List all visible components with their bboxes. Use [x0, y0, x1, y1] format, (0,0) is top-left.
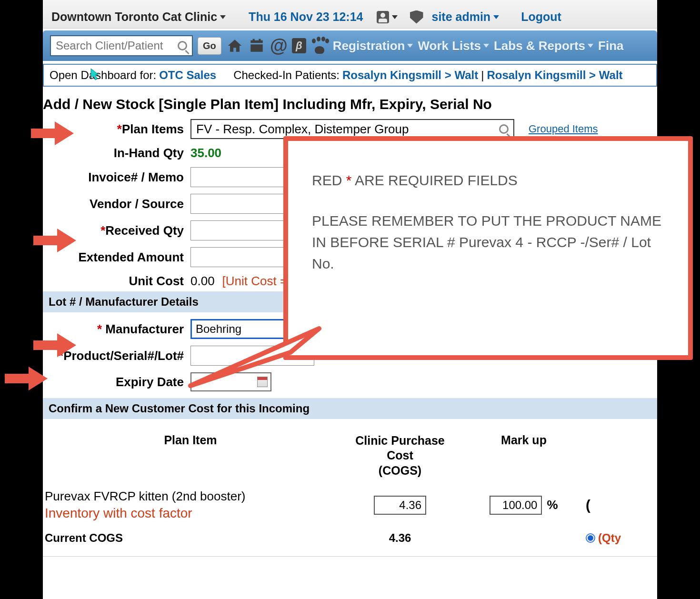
- clinic-name-dropdown[interactable]: Downtown Toronto Cat Clinic: [51, 10, 226, 24]
- label-received: Received Qty: [105, 223, 184, 238]
- shield-icon: [410, 10, 423, 24]
- current-cogs-row: Current COGS 4.36 (Qty: [43, 525, 657, 551]
- caret-down-icon: [588, 44, 593, 48]
- search-box[interactable]: [50, 35, 193, 56]
- patient-link-2[interactable]: Rosalyn Kingsmill > Walt: [487, 69, 622, 82]
- radio-on-icon: [586, 533, 595, 543]
- page-title: Add / New Stock [Single Plan Item] Inclu…: [43, 96, 657, 112]
- inventory-note: Inventory with cost factor: [45, 505, 338, 522]
- site-admin-link[interactable]: site admin: [432, 10, 500, 24]
- expiry-input[interactable]: [190, 372, 271, 391]
- product-name: Purevax FVRCP kitten (2nd booster): [45, 489, 338, 505]
- label-plan-items: Plan Items: [122, 122, 184, 136]
- label-in-hand: In-Hand Qty: [43, 146, 190, 160]
- plan-items-value: FV - Resp. Complex, Distemper Group: [196, 122, 409, 137]
- navbar: Go @ β Registration Work Lists Labs & Re…: [43, 30, 657, 61]
- current-cogs-label: Current COGS: [43, 531, 338, 545]
- nav-registration[interactable]: Registration: [333, 39, 413, 53]
- qty-label: (Qty: [598, 531, 621, 545]
- qty-cost-toggle[interactable]: (Qty: [586, 531, 657, 545]
- percent-label: %: [547, 498, 558, 512]
- label-serial: Product/Serial#/Lot#: [63, 349, 184, 363]
- search-icon: [499, 124, 509, 134]
- cursor-icon: [89, 68, 100, 81]
- in-hand-value: 35.00: [190, 146, 221, 160]
- logout-link[interactable]: Logout: [521, 10, 561, 24]
- col-markup: Mark up: [462, 433, 586, 478]
- markup-input[interactable]: [490, 496, 542, 515]
- patient-link-1[interactable]: Rosalyn Kingsmill > Walt: [342, 69, 478, 82]
- user-menu[interactable]: [377, 11, 398, 23]
- search-input[interactable]: [56, 39, 178, 52]
- label-expiry: Expiry Date: [43, 375, 190, 389]
- go-button[interactable]: Go: [198, 37, 221, 55]
- caret-down-icon: [392, 15, 398, 19]
- cost-header: Plan Item Clinic PurchaseCost(COGS) Mark…: [43, 426, 657, 486]
- callout-text: PLEASE REMEMBER TO PUT THE PRODUCT NAME …: [312, 210, 664, 274]
- search-icon: [178, 41, 187, 50]
- col-plan-item: Plan Item: [43, 433, 338, 478]
- caret-down-icon: [407, 44, 413, 48]
- cogs-input[interactable]: [374, 496, 426, 515]
- nav-label: Labs & Reports: [494, 39, 585, 53]
- nav-label: Registration: [333, 39, 405, 53]
- cost-row: Purevax FVRCP kitten (2nd booster) Inven…: [43, 486, 657, 525]
- current-cogs-value: 4.36: [338, 531, 462, 545]
- separator: |: [481, 69, 484, 82]
- datetime: Thu 16 Nov 23 12:14: [249, 10, 363, 24]
- caret-down-icon: [220, 15, 226, 19]
- at-icon[interactable]: @: [270, 37, 287, 54]
- callout-asterisk: *: [346, 172, 352, 188]
- callout-text: RED: [312, 172, 346, 188]
- nav-work-lists[interactable]: Work Lists: [418, 39, 489, 53]
- nav-label: Fina: [598, 39, 623, 53]
- callout-text: ARE REQUIRED FIELDS: [351, 172, 517, 188]
- label-extended: Extended Amount: [43, 250, 190, 265]
- grouped-items-link[interactable]: Grouped Items: [529, 123, 598, 135]
- unit-cost-value: 0.00: [190, 274, 215, 289]
- label-manufacturer: Manufacturer: [105, 322, 184, 336]
- paren-open: (: [586, 497, 657, 513]
- topbar: Downtown Toronto Cat Clinic Thu 16 Nov 2…: [43, 0, 657, 29]
- checked-in-label: Checked-In Patients:: [233, 69, 340, 82]
- calendar-icon: [257, 377, 268, 387]
- open-dashboard-label: Open Dashboard for:: [50, 69, 156, 82]
- otc-sales-link[interactable]: OTC Sales: [159, 69, 216, 82]
- section-confirm-cost: Confirm a New Customer Cost for this Inc…: [43, 398, 657, 419]
- label-vendor: Vendor / Source: [43, 197, 190, 211]
- annotation-arrow: [5, 367, 48, 390]
- paw-icon[interactable]: [311, 37, 328, 54]
- label-invoice: Invoice# / Memo: [43, 170, 190, 185]
- nav-fina[interactable]: Fina: [598, 39, 623, 53]
- col-cogs: Clinic PurchaseCost(COGS): [338, 433, 462, 478]
- beta-icon[interactable]: β: [292, 38, 306, 53]
- site-admin-label: site admin: [432, 10, 491, 24]
- label-unit-cost: Unit Cost: [43, 274, 190, 289]
- calendar-icon[interactable]: [248, 37, 265, 54]
- dashboard-row: Open Dashboard for: OTC Sales Checked-In…: [43, 64, 657, 87]
- home-icon[interactable]: [226, 37, 243, 54]
- user-icon: [377, 11, 389, 23]
- row-expiry: Expiry Date: [43, 372, 657, 391]
- caret-down-icon: [483, 44, 489, 48]
- clinic-name: Downtown Toronto Cat Clinic: [51, 10, 217, 24]
- nav-label: Work Lists: [418, 39, 480, 53]
- annotation-callout: RED * ARE REQUIRED FIELDS PLEASE REMEMBE…: [283, 136, 693, 360]
- separator-line: [43, 556, 657, 557]
- nav-labs-reports[interactable]: Labs & Reports: [494, 39, 593, 53]
- caret-down-icon: [493, 15, 499, 19]
